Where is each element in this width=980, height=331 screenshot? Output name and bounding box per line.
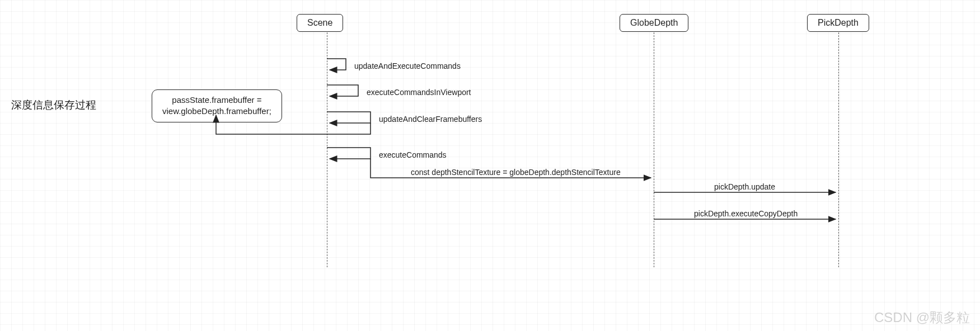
diagram-title: 深度信息保存过程 — [11, 98, 96, 112]
label-execute-commands-in-viewport: executeCommandsInViewport — [367, 88, 471, 97]
label-update-execute-commands: updateAndExecuteCommands — [354, 62, 461, 70]
label-execute-commands: executeCommands — [379, 150, 447, 159]
participant-scene: Scene — [297, 14, 343, 32]
note-line1: passState.framebuffer = — [172, 95, 261, 105]
label-depth-stencil-texture: const depthStencilTexture = globeDepth.d… — [411, 168, 621, 177]
lifeline-globedepth — [654, 32, 654, 267]
label-pickdepth-execute-copy-depth: pickDepth.executeCopyDepth — [694, 209, 798, 218]
label-update-clear-framebuffers: updateAndClearFramebuffers — [379, 115, 482, 124]
lifeline-scene — [327, 32, 327, 267]
lifeline-pickdepth — [838, 32, 839, 267]
label-pickdepth-update: pickDepth.update — [714, 182, 775, 191]
watermark: CSDN @颗多粒 — [874, 309, 970, 327]
participant-globedepth: GlobeDepth — [620, 14, 688, 32]
participant-pickdepth: PickDepth — [807, 14, 869, 32]
diagram-arrows — [0, 0, 980, 331]
note-line2: view.globeDepth.framebuffer; — [162, 106, 271, 116]
note-framebuffer: passState.framebuffer = view.globeDepth.… — [152, 89, 282, 122]
